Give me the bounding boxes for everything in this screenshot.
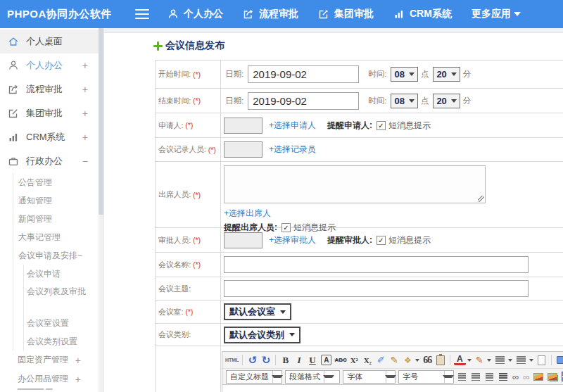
nav-crm-system[interactable]: CRM系统 bbox=[393, 8, 452, 20]
editor-content-area[interactable] bbox=[222, 384, 563, 392]
redo-icon[interactable]: ↻ bbox=[260, 353, 272, 367]
form-row-applicant: 申请人:(*) +选择申请人 提醒申请人: ✓ 短消息提示 bbox=[156, 113, 563, 138]
choose-recorder-link[interactable]: +选择记录员 bbox=[269, 144, 316, 156]
choose-applicant-link[interactable]: +选择申请人 bbox=[269, 120, 316, 132]
expand-plus-icon[interactable]: + bbox=[82, 132, 88, 143]
border-text-icon[interactable]: A bbox=[321, 355, 331, 365]
custom-title-select[interactable]: 自定义标题 bbox=[226, 370, 282, 384]
sidebar-item-fixed-assets[interactable]: 固定资产管理 + bbox=[0, 350, 103, 369]
nav-workflow-approval[interactable]: 流程审批 bbox=[243, 8, 298, 20]
approver-input[interactable] bbox=[224, 232, 262, 248]
form-row-meeting-subject: 会议主题: bbox=[156, 277, 563, 301]
underline-icon[interactable]: U bbox=[306, 353, 318, 367]
applicant-input[interactable] bbox=[224, 118, 262, 134]
caret-down-icon[interactable] bbox=[487, 359, 491, 362]
eraser-icon[interactable]: ✐ bbox=[375, 353, 387, 367]
sidebar-item-workflow[interactable]: 流程审批 + bbox=[0, 77, 103, 101]
insert-image-upload-icon[interactable] bbox=[548, 373, 557, 381]
sidebar-item-meeting-list[interactable]: 会议列表及审批 bbox=[24, 283, 89, 314]
align-left-icon[interactable] bbox=[458, 373, 467, 381]
align-center-icon[interactable] bbox=[472, 373, 480, 381]
highlight-color-icon[interactable]: ✎ bbox=[474, 353, 486, 367]
caret-down-icon[interactable] bbox=[415, 359, 419, 362]
sms-remind-checkbox[interactable]: ✓ bbox=[377, 236, 386, 245]
remove-link-icon[interactable]: ∞ bbox=[523, 372, 529, 382]
form-row-attendees: 出席人员:(*) +选择出席人 提醒出席人员: ✓ 短消息提示 bbox=[156, 162, 563, 228]
paste-icon[interactable] bbox=[436, 355, 445, 365]
paragraph-format-select[interactable]: 段落格式 bbox=[285, 370, 340, 384]
sidebar-item-meeting-category-setup[interactable]: 会议类别设置 bbox=[24, 332, 103, 350]
italic-icon[interactable]: I bbox=[293, 353, 305, 367]
start-hour-select[interactable]: 08 bbox=[391, 67, 417, 82]
caret-down-icon[interactable] bbox=[467, 359, 472, 362]
resize-grip-icon[interactable] bbox=[478, 196, 484, 202]
end-date-input[interactable] bbox=[248, 92, 359, 110]
expand-plus-icon[interactable]: + bbox=[82, 60, 88, 71]
meeting-form: 开始时间:(*) 日期: 时间: 08 点 20 分 结束时间:(*) 日期: … bbox=[155, 60, 563, 392]
caret-down-icon bbox=[451, 72, 457, 76]
expand-plus-icon[interactable]: + bbox=[75, 374, 81, 385]
nav-group-approval[interactable]: 集团审批 bbox=[318, 8, 374, 20]
choose-approver-link[interactable]: +选择审批人 bbox=[269, 234, 316, 246]
bold-icon[interactable]: B bbox=[279, 353, 291, 367]
caret-down-icon[interactable] bbox=[529, 359, 533, 362]
insert-link-icon[interactable]: ∞ bbox=[512, 372, 519, 382]
collapse-minus-icon[interactable]: − bbox=[82, 156, 88, 167]
font-size-select[interactable]: 字号 bbox=[398, 370, 453, 384]
align-right-icon[interactable] bbox=[486, 373, 494, 381]
caret-down-icon[interactable] bbox=[508, 359, 512, 362]
blockquote-icon[interactable]: 66 bbox=[422, 353, 434, 367]
fullscreen-icon[interactable] bbox=[557, 356, 563, 364]
sidebar-item-news[interactable]: 新闻管理 bbox=[13, 210, 103, 228]
sidebar-item-meeting-apply[interactable]: 会议申请 bbox=[24, 265, 103, 283]
html-source-button[interactable]: HTML bbox=[225, 353, 239, 367]
sidebar-item-desktop[interactable]: 个人桌面 bbox=[0, 30, 103, 53]
sidebar-item-admin-office[interactable]: 行政办公 − bbox=[0, 149, 103, 173]
sms-remind-checkbox[interactable]: ✓ bbox=[377, 121, 386, 130]
form-row-meeting-name: 会议名称:(*) bbox=[156, 253, 563, 277]
meeting-room-select[interactable]: 默认会议室 bbox=[224, 303, 291, 320]
sidebar-item-meeting-request[interactable]: 会议申请及安排− bbox=[13, 246, 103, 265]
recorder-input[interactable] bbox=[224, 141, 262, 158]
subscript-icon[interactable]: X₂ bbox=[362, 353, 374, 367]
meeting-category-select[interactable]: 默认会议类别 bbox=[224, 327, 301, 343]
meeting-name-input[interactable] bbox=[224, 256, 529, 273]
nav-more-apps[interactable]: 更多应用 bbox=[472, 8, 521, 20]
sidebar-item-group-approval[interactable]: 集团审批 + bbox=[0, 101, 103, 125]
ordered-list-icon[interactable] bbox=[495, 356, 505, 364]
caret-down-icon bbox=[289, 333, 295, 336]
superscript-icon[interactable]: X² bbox=[348, 353, 360, 367]
sidebar-item-notices[interactable]: 通知管理 bbox=[13, 191, 103, 210]
unordered-list-icon[interactable] bbox=[517, 356, 526, 364]
sidebar-item-events[interactable]: 大事记管理 bbox=[13, 228, 103, 246]
end-hour-select[interactable]: 08 bbox=[391, 94, 417, 108]
attendees-textarea[interactable] bbox=[224, 165, 486, 203]
expand-plus-icon[interactable]: + bbox=[82, 84, 88, 95]
expand-plus-icon[interactable]: + bbox=[75, 355, 81, 366]
meeting-subject-input[interactable] bbox=[224, 280, 529, 297]
start-date-input[interactable] bbox=[248, 65, 359, 83]
sidebar-item-announcements[interactable]: 公告管理 bbox=[13, 173, 103, 191]
sidebar-item-crm[interactable]: CRM系统 + bbox=[0, 125, 103, 149]
sidebar-item-clipped[interactable]: ▔▔▔▔ ▔ bbox=[0, 388, 103, 392]
font-color-icon[interactable]: A bbox=[454, 355, 466, 365]
end-minute-select[interactable]: 20 bbox=[433, 94, 460, 108]
caret-down-icon bbox=[386, 371, 395, 383]
align-justify-icon[interactable] bbox=[499, 373, 507, 381]
undo-icon[interactable]: ↺ bbox=[246, 353, 258, 367]
sidebar-item-office-supplies[interactable]: 办公用品管理 + bbox=[0, 369, 103, 388]
start-minute-select[interactable]: 20 bbox=[433, 67, 460, 82]
sidebar-scrollbar[interactable] bbox=[99, 28, 103, 392]
choose-attendees-link[interactable]: +选择出席人 bbox=[224, 208, 271, 220]
sidebar-item-meeting-room-setup[interactable]: 会议室设置 bbox=[24, 314, 103, 332]
format-painter-icon[interactable]: ❖ bbox=[402, 353, 414, 367]
sidebar-item-personal-office[interactable]: 个人办公 + bbox=[0, 53, 103, 77]
hamburger-menu-icon[interactable] bbox=[135, 9, 149, 19]
insert-image-icon[interactable] bbox=[533, 373, 543, 381]
font-family-select[interactable]: 字体 bbox=[343, 370, 396, 384]
new-page-icon[interactable] bbox=[538, 355, 545, 365]
expand-plus-icon[interactable]: + bbox=[82, 108, 88, 119]
nav-personal-office[interactable]: 个人办公 bbox=[167, 8, 223, 20]
brush-icon[interactable]: ✎ bbox=[388, 353, 400, 367]
strikethrough-icon[interactable]: ABC bbox=[334, 353, 346, 367]
